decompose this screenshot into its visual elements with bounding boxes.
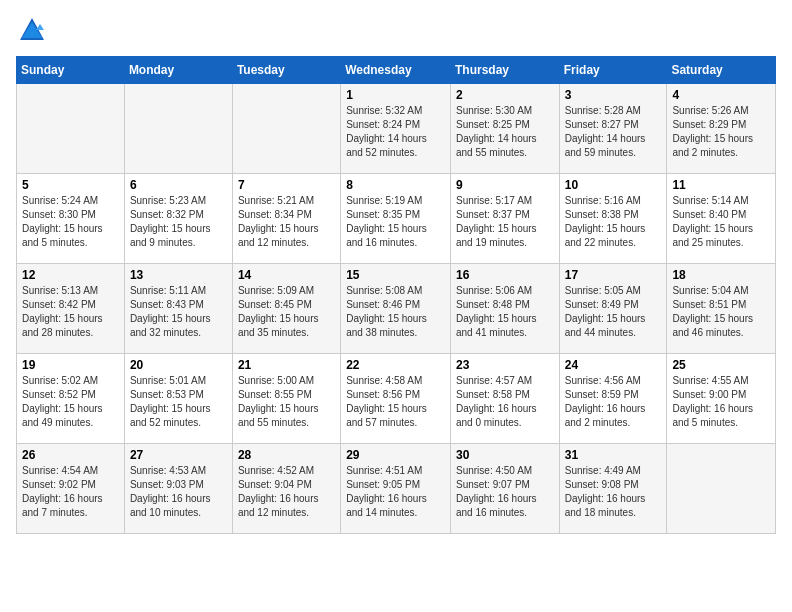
cell-info-text: Sunrise: 4:56 AM Sunset: 8:59 PM Dayligh… (565, 374, 662, 430)
cell-date-number: 26 (22, 448, 119, 462)
cell-info-text: Sunrise: 5:04 AM Sunset: 8:51 PM Dayligh… (672, 284, 770, 340)
cell-info-text: Sunrise: 5:21 AM Sunset: 8:34 PM Dayligh… (238, 194, 335, 250)
cell-info-text: Sunrise: 5:32 AM Sunset: 8:24 PM Dayligh… (346, 104, 445, 160)
cell-date-number: 19 (22, 358, 119, 372)
cell-info-text: Sunrise: 4:50 AM Sunset: 9:07 PM Dayligh… (456, 464, 554, 520)
calendar-cell (667, 444, 776, 534)
calendar-cell (17, 84, 125, 174)
cell-date-number: 29 (346, 448, 445, 462)
calendar-week-row: 1Sunrise: 5:32 AM Sunset: 8:24 PM Daylig… (17, 84, 776, 174)
calendar-table: SundayMondayTuesdayWednesdayThursdayFrid… (16, 56, 776, 534)
cell-date-number: 8 (346, 178, 445, 192)
cell-info-text: Sunrise: 5:28 AM Sunset: 8:27 PM Dayligh… (565, 104, 662, 160)
header-day-sunday: Sunday (17, 57, 125, 84)
calendar-cell: 21Sunrise: 5:00 AM Sunset: 8:55 PM Dayli… (232, 354, 340, 444)
calendar-cell: 10Sunrise: 5:16 AM Sunset: 8:38 PM Dayli… (559, 174, 667, 264)
cell-info-text: Sunrise: 5:06 AM Sunset: 8:48 PM Dayligh… (456, 284, 554, 340)
cell-date-number: 4 (672, 88, 770, 102)
calendar-cell: 12Sunrise: 5:13 AM Sunset: 8:42 PM Dayli… (17, 264, 125, 354)
cell-date-number: 20 (130, 358, 227, 372)
calendar-cell: 29Sunrise: 4:51 AM Sunset: 9:05 PM Dayli… (341, 444, 451, 534)
cell-info-text: Sunrise: 4:54 AM Sunset: 9:02 PM Dayligh… (22, 464, 119, 520)
cell-info-text: Sunrise: 5:08 AM Sunset: 8:46 PM Dayligh… (346, 284, 445, 340)
calendar-cell: 14Sunrise: 5:09 AM Sunset: 8:45 PM Dayli… (232, 264, 340, 354)
logo (16, 16, 46, 48)
header-day-saturday: Saturday (667, 57, 776, 84)
cell-date-number: 6 (130, 178, 227, 192)
header-day-tuesday: Tuesday (232, 57, 340, 84)
calendar-header-row: SundayMondayTuesdayWednesdayThursdayFrid… (17, 57, 776, 84)
logo-icon (18, 16, 46, 44)
header-day-wednesday: Wednesday (341, 57, 451, 84)
cell-info-text: Sunrise: 5:09 AM Sunset: 8:45 PM Dayligh… (238, 284, 335, 340)
calendar-cell: 16Sunrise: 5:06 AM Sunset: 8:48 PM Dayli… (450, 264, 559, 354)
page-header (16, 16, 776, 48)
cell-info-text: Sunrise: 5:26 AM Sunset: 8:29 PM Dayligh… (672, 104, 770, 160)
calendar-cell: 30Sunrise: 4:50 AM Sunset: 9:07 PM Dayli… (450, 444, 559, 534)
header-day-friday: Friday (559, 57, 667, 84)
calendar-cell: 26Sunrise: 4:54 AM Sunset: 9:02 PM Dayli… (17, 444, 125, 534)
calendar-cell: 9Sunrise: 5:17 AM Sunset: 8:37 PM Daylig… (450, 174, 559, 264)
calendar-cell: 19Sunrise: 5:02 AM Sunset: 8:52 PM Dayli… (17, 354, 125, 444)
cell-date-number: 23 (456, 358, 554, 372)
svg-marker-2 (36, 24, 44, 30)
cell-info-text: Sunrise: 5:05 AM Sunset: 8:49 PM Dayligh… (565, 284, 662, 340)
calendar-cell: 25Sunrise: 4:55 AM Sunset: 9:00 PM Dayli… (667, 354, 776, 444)
header-day-monday: Monday (124, 57, 232, 84)
calendar-cell: 1Sunrise: 5:32 AM Sunset: 8:24 PM Daylig… (341, 84, 451, 174)
cell-date-number: 2 (456, 88, 554, 102)
cell-info-text: Sunrise: 4:52 AM Sunset: 9:04 PM Dayligh… (238, 464, 335, 520)
cell-info-text: Sunrise: 5:30 AM Sunset: 8:25 PM Dayligh… (456, 104, 554, 160)
calendar-cell: 8Sunrise: 5:19 AM Sunset: 8:35 PM Daylig… (341, 174, 451, 264)
calendar-cell: 13Sunrise: 5:11 AM Sunset: 8:43 PM Dayli… (124, 264, 232, 354)
cell-info-text: Sunrise: 5:00 AM Sunset: 8:55 PM Dayligh… (238, 374, 335, 430)
cell-date-number: 9 (456, 178, 554, 192)
calendar-cell: 22Sunrise: 4:58 AM Sunset: 8:56 PM Dayli… (341, 354, 451, 444)
calendar-cell: 7Sunrise: 5:21 AM Sunset: 8:34 PM Daylig… (232, 174, 340, 264)
cell-info-text: Sunrise: 4:49 AM Sunset: 9:08 PM Dayligh… (565, 464, 662, 520)
calendar-cell (232, 84, 340, 174)
cell-info-text: Sunrise: 4:51 AM Sunset: 9:05 PM Dayligh… (346, 464, 445, 520)
cell-date-number: 5 (22, 178, 119, 192)
cell-info-text: Sunrise: 5:16 AM Sunset: 8:38 PM Dayligh… (565, 194, 662, 250)
header-day-thursday: Thursday (450, 57, 559, 84)
cell-date-number: 21 (238, 358, 335, 372)
calendar-cell: 31Sunrise: 4:49 AM Sunset: 9:08 PM Dayli… (559, 444, 667, 534)
cell-date-number: 17 (565, 268, 662, 282)
calendar-cell: 24Sunrise: 4:56 AM Sunset: 8:59 PM Dayli… (559, 354, 667, 444)
calendar-week-row: 19Sunrise: 5:02 AM Sunset: 8:52 PM Dayli… (17, 354, 776, 444)
calendar-week-row: 5Sunrise: 5:24 AM Sunset: 8:30 PM Daylig… (17, 174, 776, 264)
cell-info-text: Sunrise: 5:02 AM Sunset: 8:52 PM Dayligh… (22, 374, 119, 430)
cell-date-number: 14 (238, 268, 335, 282)
cell-date-number: 11 (672, 178, 770, 192)
cell-date-number: 24 (565, 358, 662, 372)
cell-info-text: Sunrise: 5:24 AM Sunset: 8:30 PM Dayligh… (22, 194, 119, 250)
cell-info-text: Sunrise: 5:13 AM Sunset: 8:42 PM Dayligh… (22, 284, 119, 340)
cell-info-text: Sunrise: 4:57 AM Sunset: 8:58 PM Dayligh… (456, 374, 554, 430)
calendar-cell: 11Sunrise: 5:14 AM Sunset: 8:40 PM Dayli… (667, 174, 776, 264)
cell-date-number: 7 (238, 178, 335, 192)
calendar-cell: 28Sunrise: 4:52 AM Sunset: 9:04 PM Dayli… (232, 444, 340, 534)
cell-info-text: Sunrise: 4:53 AM Sunset: 9:03 PM Dayligh… (130, 464, 227, 520)
cell-date-number: 28 (238, 448, 335, 462)
cell-date-number: 18 (672, 268, 770, 282)
cell-info-text: Sunrise: 5:19 AM Sunset: 8:35 PM Dayligh… (346, 194, 445, 250)
cell-info-text: Sunrise: 5:23 AM Sunset: 8:32 PM Dayligh… (130, 194, 227, 250)
cell-info-text: Sunrise: 5:11 AM Sunset: 8:43 PM Dayligh… (130, 284, 227, 340)
cell-date-number: 15 (346, 268, 445, 282)
calendar-cell: 3Sunrise: 5:28 AM Sunset: 8:27 PM Daylig… (559, 84, 667, 174)
cell-date-number: 30 (456, 448, 554, 462)
cell-date-number: 13 (130, 268, 227, 282)
cell-date-number: 12 (22, 268, 119, 282)
calendar-cell: 15Sunrise: 5:08 AM Sunset: 8:46 PM Dayli… (341, 264, 451, 354)
calendar-cell: 17Sunrise: 5:05 AM Sunset: 8:49 PM Dayli… (559, 264, 667, 354)
calendar-cell: 4Sunrise: 5:26 AM Sunset: 8:29 PM Daylig… (667, 84, 776, 174)
cell-date-number: 1 (346, 88, 445, 102)
cell-date-number: 3 (565, 88, 662, 102)
cell-info-text: Sunrise: 5:01 AM Sunset: 8:53 PM Dayligh… (130, 374, 227, 430)
cell-date-number: 25 (672, 358, 770, 372)
calendar-cell (124, 84, 232, 174)
calendar-week-row: 12Sunrise: 5:13 AM Sunset: 8:42 PM Dayli… (17, 264, 776, 354)
cell-date-number: 10 (565, 178, 662, 192)
cell-date-number: 16 (456, 268, 554, 282)
